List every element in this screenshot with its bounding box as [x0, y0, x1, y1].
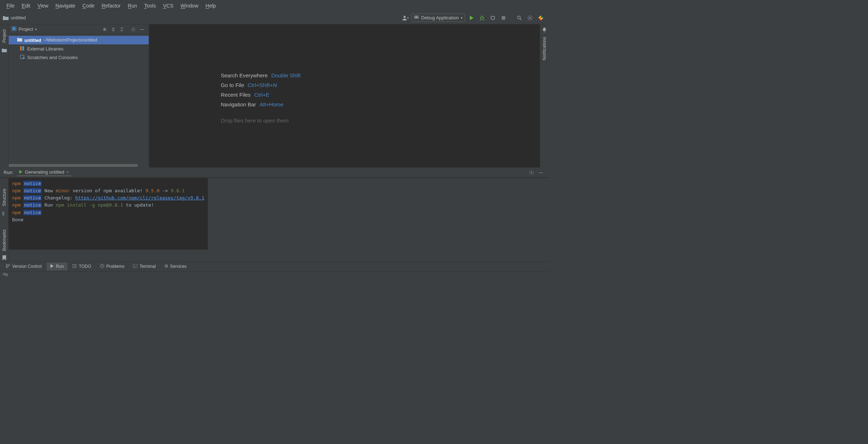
collapse-all-icon[interactable]: [118, 25, 126, 33]
bookmarks-tool-tab[interactable]: Bookmarks: [1, 227, 8, 253]
settings-icon[interactable]: [525, 13, 535, 23]
console-line: npm notice: [12, 180, 204, 187]
bell-icon[interactable]: [542, 27, 547, 33]
menu-vcs[interactable]: VCS: [159, 1, 177, 10]
menu-refactor[interactable]: Refactor: [98, 1, 124, 10]
gear-icon[interactable]: [129, 25, 137, 33]
run-configuration-dropdown[interactable]: Debug Application ▾: [411, 14, 465, 22]
left-tool-rail: Project: [0, 24, 9, 168]
svg-point-21: [6, 266, 8, 268]
menu-edit[interactable]: Edit: [18, 1, 34, 10]
svg-rect-26: [133, 264, 137, 268]
editor-tip: Go to FileCtrl+Shift+N: [221, 82, 301, 88]
menu-tools[interactable]: Tools: [140, 1, 159, 10]
user-icon[interactable]: ▾: [401, 13, 410, 23]
bottom-tab-services[interactable]: Services: [161, 262, 190, 270]
console-line: Done: [12, 216, 204, 223]
notifications-tool-tab[interactable]: Notifications: [541, 35, 548, 62]
chevron-down-icon: ▾: [407, 16, 409, 20]
windows-icon[interactable]: [3, 273, 8, 278]
libraries-icon: [20, 46, 25, 51]
bottom-tab-run[interactable]: Run: [47, 262, 67, 270]
editor-empty-state: Search EverywhereDouble ShiftGo to FileC…: [149, 24, 540, 168]
hide-icon[interactable]: —: [537, 169, 545, 177]
search-icon[interactable]: [515, 13, 524, 23]
menu-file[interactable]: File: [3, 1, 18, 10]
stop-button[interactable]: [499, 13, 508, 23]
editor-tip: Search EverywhereDouble Shift: [221, 72, 301, 78]
svg-point-23: [72, 266, 73, 266]
root-path: ~/WebstormProjects/untitled: [43, 38, 97, 43]
chevron-down-icon[interactable]: ▾: [35, 28, 37, 31]
close-icon[interactable]: ×: [66, 169, 69, 175]
status-bar: [0, 271, 548, 279]
svg-point-18: [2, 214, 3, 215]
gear-icon[interactable]: [528, 169, 535, 177]
svg-point-6: [529, 17, 531, 19]
console-line: npm notice: [12, 209, 204, 216]
project-panel-title[interactable]: Project: [19, 26, 33, 32]
svg-rect-29: [5, 274, 8, 276]
run-panel-header: Run: Generating untitled × —: [0, 168, 548, 178]
svg-rect-4: [502, 16, 505, 20]
svg-point-14: [23, 57, 25, 59]
list-icon: [72, 264, 77, 269]
menu-view[interactable]: View: [34, 1, 52, 10]
run-button[interactable]: [467, 13, 476, 23]
bottom-tab-version-control[interactable]: Version Control: [2, 262, 45, 271]
svg-point-3: [481, 17, 483, 20]
horizontal-scrollbar[interactable]: [9, 164, 149, 168]
play-icon: [50, 264, 54, 269]
project-name: untitled: [11, 15, 26, 20]
menu-run[interactable]: Run: [124, 1, 141, 10]
drop-hint: Drop files here to open them: [221, 117, 288, 124]
console-line: npm notice New minor version of npm avai…: [12, 187, 204, 194]
menu-window[interactable]: Window: [177, 1, 202, 10]
structure-tool-tab[interactable]: Structure: [1, 187, 8, 208]
root-name: untitled: [24, 38, 41, 43]
menu-code[interactable]: Code: [79, 1, 98, 10]
bottom-tab-todo[interactable]: TODO: [69, 262, 95, 270]
debug-button[interactable]: [477, 13, 487, 23]
navbar: untitled ▾ Debug Application ▾: [0, 11, 548, 24]
debug-config-icon: [414, 15, 419, 21]
scratches-node[interactable]: Scratches and Consoles: [9, 53, 149, 62]
svg-point-16: [2, 212, 3, 212]
scratches-label: Scratches and Consoles: [27, 55, 78, 60]
jetbrains-icon[interactable]: [536, 13, 545, 23]
svg-point-5: [518, 16, 520, 19]
project-view-icon: [11, 26, 16, 32]
folder-icon: [3, 15, 9, 20]
console-line: npm notice Changelog: https://github.com…: [12, 194, 204, 202]
console-output[interactable]: npm noticenpm notice New minor version o…: [9, 178, 208, 250]
hide-icon[interactable]: —: [138, 25, 146, 33]
svg-point-20: [8, 264, 10, 266]
structure-icon: [2, 211, 6, 217]
run-tab[interactable]: Generating untitled ×: [17, 169, 71, 176]
svg-point-9: [133, 29, 134, 30]
bookmark-icon: [3, 255, 6, 261]
svg-point-17: [2, 213, 3, 214]
svg-rect-28: [3, 273, 5, 275]
menu-help[interactable]: Help: [202, 1, 220, 10]
bottom-tab-terminal[interactable]: Terminal: [129, 262, 159, 270]
menu-navigate[interactable]: Navigate: [52, 1, 79, 10]
svg-point-19: [6, 264, 8, 266]
folder-icon: [17, 38, 22, 43]
project-panel: Project ▾ ⊕ —: [9, 24, 149, 168]
project-root-node[interactable]: untitled ~/WebstormProjects/untitled: [9, 36, 149, 44]
scratches-icon: [20, 55, 25, 60]
menubar: FileEditViewNavigateCodeRefactorRunTools…: [0, 0, 548, 11]
right-tool-rail: Notifications: [540, 24, 548, 168]
locate-icon[interactable]: ⊕: [101, 25, 109, 33]
run-config-label: Debug Application: [421, 15, 459, 20]
expand-all-icon[interactable]: [109, 25, 117, 33]
svg-point-0: [404, 16, 406, 18]
svg-rect-11: [22, 46, 23, 50]
external-libraries-node[interactable]: External Libraries: [9, 44, 149, 53]
editor-tip: Recent FilesCtrl+E: [221, 92, 301, 98]
bottom-tab-problems[interactable]: Problems: [96, 262, 128, 271]
project-tool-tab[interactable]: Project: [1, 27, 8, 45]
run-coverage-button[interactable]: [488, 13, 497, 23]
svg-point-15: [531, 172, 532, 173]
